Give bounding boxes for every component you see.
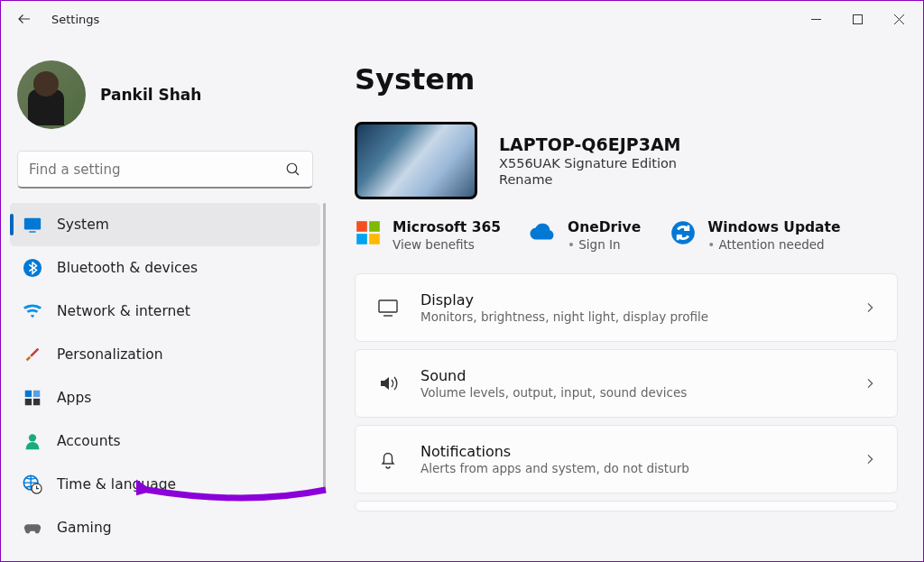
- nav-label: Time & language: [57, 476, 176, 493]
- card-sound[interactable]: Sound Volume levels, output, input, soun…: [355, 349, 898, 418]
- user-profile[interactable]: Pankil Shah: [10, 53, 320, 151]
- user-name: Pankil Shah: [100, 86, 201, 104]
- page-title: System: [355, 62, 898, 97]
- card-title: Display: [420, 291, 863, 309]
- quick-windows-update[interactable]: Windows Update Attention needed: [670, 219, 840, 252]
- svg-rect-5: [29, 231, 35, 232]
- card-subtitle: Monitors, brightness, night light, displ…: [420, 309, 863, 324]
- quick-subtitle: View benefits: [393, 237, 501, 252]
- nav-label: Accounts: [57, 433, 121, 449]
- window-controls: [795, 2, 919, 36]
- nav-item-bluetooth[interactable]: Bluetooth & devices: [10, 246, 320, 290]
- svg-rect-4: [24, 218, 41, 230]
- quick-subtitle: Sign In: [568, 237, 641, 252]
- svg-rect-10: [33, 399, 40, 405]
- apps-icon: [23, 388, 42, 408]
- minimize-icon: [811, 14, 821, 24]
- svg-rect-7: [25, 391, 32, 397]
- svg-rect-16: [356, 234, 367, 244]
- svg-rect-1: [853, 14, 862, 23]
- minimize-button[interactable]: [795, 2, 836, 36]
- sound-icon: [375, 373, 401, 394]
- quick-onedrive[interactable]: OneDrive Sign In: [530, 219, 641, 252]
- nav-label: Personalization: [57, 346, 163, 363]
- card-subtitle: Volume levels, output, input, sound devi…: [420, 385, 863, 400]
- bluetooth-icon: [23, 258, 42, 278]
- avatar: [17, 60, 86, 129]
- card-subtitle: Alerts from apps and system, do not dist…: [420, 461, 863, 475]
- bell-icon: [375, 448, 401, 470]
- card-next[interactable]: [355, 501, 898, 511]
- chevron-right-icon: [863, 452, 877, 466]
- app-title: Settings: [51, 13, 99, 26]
- search-icon: [285, 161, 301, 178]
- card-display[interactable]: Display Monitors, brightness, night ligh…: [355, 273, 898, 342]
- quick-title: Microsoft 365: [393, 219, 501, 235]
- arrow-left-icon: [16, 11, 32, 27]
- close-icon: [894, 14, 904, 24]
- nav-item-gaming[interactable]: Gaming: [10, 506, 320, 549]
- microsoft-icon: [355, 219, 382, 246]
- chevron-right-icon: [863, 376, 877, 391]
- scrollbar[interactable]: [323, 203, 326, 492]
- globe-clock-icon: [23, 474, 42, 494]
- nav-label: Gaming: [57, 520, 112, 536]
- nav-label: Network & internet: [57, 303, 190, 319]
- sidebar: Pankil Shah System Bluetooth & devices N…: [1, 37, 329, 562]
- card-title: Sound: [420, 367, 863, 384]
- person-icon: [23, 431, 42, 451]
- back-button[interactable]: [14, 8, 35, 30]
- device-summary: LAPTOP-Q6EJP3AM X556UAK Signature Editio…: [355, 122, 898, 199]
- nav-item-accounts[interactable]: Accounts: [10, 419, 320, 463]
- svg-rect-17: [369, 234, 380, 244]
- svg-rect-14: [356, 221, 367, 232]
- title-bar: Settings: [1, 1, 923, 37]
- device-model: X556UAK Signature Edition: [499, 156, 681, 170]
- search-box[interactable]: [17, 151, 313, 189]
- paintbrush-icon: [23, 345, 42, 364]
- nav-label: Bluetooth & devices: [57, 260, 198, 276]
- settings-card-list: Display Monitors, brightness, night ligh…: [355, 273, 898, 511]
- nav-item-system[interactable]: System: [10, 203, 320, 246]
- gamepad-icon: [23, 518, 42, 538]
- main-content: System LAPTOP-Q6EJP3AM X556UAK Signature…: [329, 37, 923, 562]
- svg-line-3: [295, 171, 299, 175]
- quick-title: OneDrive: [568, 219, 641, 235]
- nav-item-personalization[interactable]: Personalization: [10, 333, 320, 376]
- quick-title: Windows Update: [707, 219, 840, 235]
- nav-list: System Bluetooth & devices Network & int…: [10, 203, 320, 549]
- quick-subtitle: Attention needed: [707, 237, 840, 252]
- quick-microsoft365[interactable]: Microsoft 365 View benefits: [355, 219, 501, 252]
- chevron-right-icon: [863, 300, 877, 315]
- svg-rect-19: [379, 300, 397, 312]
- svg-rect-15: [369, 221, 380, 232]
- sync-icon: [670, 219, 697, 246]
- svg-point-18: [671, 221, 695, 244]
- search-input[interactable]: [29, 161, 285, 178]
- svg-point-2: [287, 163, 297, 173]
- svg-rect-8: [33, 391, 40, 397]
- system-icon: [23, 215, 42, 235]
- close-button[interactable]: [878, 2, 919, 36]
- maximize-button[interactable]: [836, 2, 878, 36]
- nav-item-apps[interactable]: Apps: [10, 376, 320, 419]
- nav-label: System: [57, 217, 109, 233]
- wifi-icon: [23, 301, 42, 321]
- card-title: Notifications: [420, 443, 863, 460]
- device-thumbnail: [355, 122, 477, 199]
- card-notifications[interactable]: Notifications Alerts from apps and syste…: [355, 425, 898, 493]
- svg-point-11: [29, 434, 36, 441]
- device-name: LAPTOP-Q6EJP3AM: [499, 134, 681, 154]
- nav-item-network[interactable]: Network & internet: [10, 290, 320, 333]
- svg-rect-9: [25, 399, 32, 405]
- display-icon: [375, 297, 401, 318]
- nav-item-time-language[interactable]: Time & language: [10, 463, 320, 506]
- nav-label: Apps: [57, 390, 91, 406]
- maximize-icon: [853, 14, 863, 24]
- rename-link[interactable]: Rename: [499, 172, 681, 187]
- cloud-icon: [530, 219, 557, 246]
- quick-links-row: Microsoft 365 View benefits OneDrive Sig…: [355, 219, 898, 252]
